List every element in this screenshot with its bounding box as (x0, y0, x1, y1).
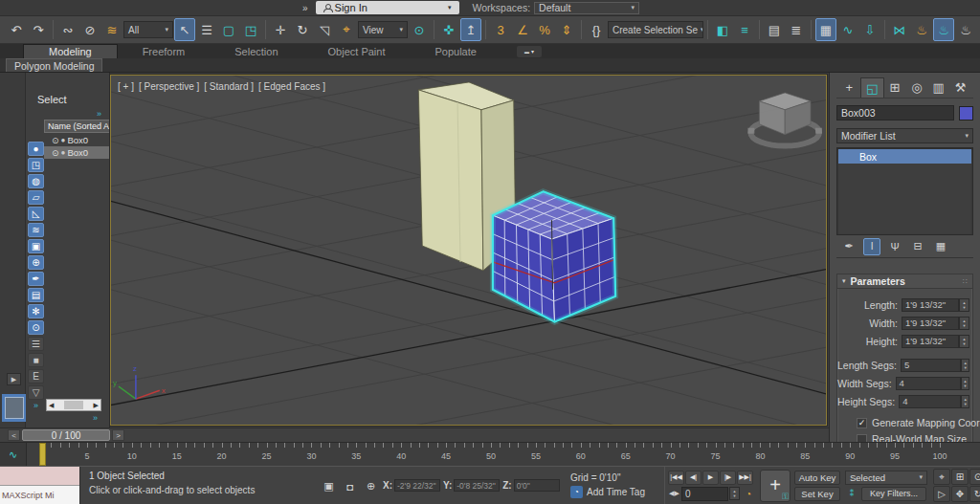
tab-utilities[interactable]: ⚒ (949, 77, 971, 98)
list-view-button[interactable]: ☰ (28, 337, 44, 351)
named-selection-sets-button[interactable]: {} (586, 18, 607, 41)
scene-explorer-row[interactable]: ⊙●Box0 (44, 134, 110, 146)
visibility-eye-icon[interactable]: ⊙ (52, 136, 59, 145)
frame-spinner[interactable]: ▲▼ (729, 487, 740, 500)
display-bones-filter[interactable]: ✒ (28, 272, 44, 286)
undo-button[interactable]: ↶ (6, 18, 27, 41)
dock-flyout-arrow-button[interactable]: ▶ (7, 373, 21, 385)
named-selection-set-dropdown[interactable]: Create Selection Se▾ (608, 21, 703, 38)
tab-motion[interactable]: ◎ (905, 77, 927, 98)
modifier-stack-row[interactable]: Box (838, 149, 971, 164)
ribbon-tab[interactable]: Freeform (118, 44, 211, 58)
track-current-frame-marker[interactable] (39, 443, 46, 466)
view-cube[interactable] (747, 93, 822, 146)
checkbox[interactable]: ✓ (857, 418, 867, 428)
time-slider-handle[interactable]: 0 / 100 (22, 429, 110, 441)
display-space-warps-filter[interactable]: ≋ (28, 223, 44, 237)
keyboard-shortcut-override-button[interactable]: ↥ (460, 18, 481, 41)
select-by-name-button[interactable]: ☰ (196, 18, 217, 41)
checkbox-row[interactable]: ✓Generate Mapping Coords. (857, 416, 969, 429)
object-color-swatch[interactable] (959, 106, 973, 121)
sign-in-button[interactable]: Sign In ▾ (316, 1, 459, 14)
filter-button[interactable]: ▽ (28, 385, 44, 400)
viewport-layout-tab[interactable] (2, 394, 27, 422)
select-and-manipulate-button[interactable]: ✜ (438, 18, 459, 41)
listener-pane[interactable]: MAXScript Mi (0, 486, 79, 504)
previous-frame-button[interactable]: ◀| (685, 471, 702, 485)
workspaces-dropdown[interactable]: Default ▾ (534, 2, 639, 14)
tab-hierarchy[interactable]: ⊞ (884, 77, 906, 98)
select-and-link-button[interactable]: ∾ (57, 18, 78, 41)
zoom-extents-button[interactable]: ⊙ (969, 469, 980, 485)
time-configuration-button[interactable]: ◔ (741, 487, 756, 501)
select-and-rotate-button[interactable]: ↻ (292, 18, 313, 41)
rendered-frame-window-button[interactable]: ♨ (933, 18, 954, 41)
selection-region-button[interactable]: ▢ (218, 18, 239, 41)
select-and-move-button[interactable]: ✛ (270, 18, 291, 41)
object-name-field[interactable]: Box003 (836, 105, 954, 121)
parameter-value-field[interactable]: 5 (901, 359, 962, 372)
open-mini-curve-editor-button[interactable]: ∿ (0, 443, 27, 466)
modifier-list-dropdown[interactable]: Modifier List ▾ (836, 128, 973, 143)
explorer-chevron-icon[interactable]: » (93, 413, 98, 423)
viewport-label-segment[interactable]: [ Edged Faces ] (258, 81, 325, 92)
ribbon-tab[interactable]: Modeling (23, 44, 118, 58)
parameter-value-field[interactable]: 4 (899, 395, 961, 408)
viewport-label-segment[interactable]: [ Perspective ] (139, 81, 199, 92)
display-visibility-filter[interactable]: ⊙ (28, 320, 44, 335)
viewport-canvas[interactable]: x y z (111, 76, 826, 425)
reference-coordinate-system-dropdown[interactable]: View▾ (358, 21, 408, 38)
select-and-scale-button[interactable]: ◹ (314, 18, 335, 41)
scroll-right-arrow-icon[interactable]: ▶ (94, 402, 99, 409)
select-and-place-button[interactable]: ⌖ (336, 18, 357, 41)
auto-key-button[interactable]: Auto Key (794, 471, 840, 485)
ribbon-tab[interactable]: Populate (410, 44, 501, 58)
select-object-button[interactable]: ↖ (174, 18, 195, 41)
display-helpers-filter[interactable]: ◺ (28, 207, 44, 221)
spinner-snap-toggle-button[interactable]: ⇕ (556, 18, 577, 41)
add-time-tag[interactable]: ◔ Add Time Tag (570, 486, 664, 498)
window-crossing-toggle-button[interactable]: ◳ (240, 18, 261, 41)
panel-expand-chevron-icon[interactable]: » (97, 109, 101, 119)
track-ruler[interactable]: 0510152025303540455055606570758085909510… (27, 443, 980, 466)
tab-modify[interactable]: ◱ (860, 77, 884, 98)
coordinate-value-field[interactable]: -2'9 22/32" (394, 479, 440, 492)
visibility-eye-icon[interactable]: ⊙ (52, 148, 59, 158)
zoom-all-button[interactable]: ⊞ (951, 469, 969, 485)
display-containers-filter[interactable]: ▤ (28, 288, 44, 302)
display-xrefs-filter[interactable]: ⊕ (28, 255, 44, 270)
scene-explorer-row[interactable]: ⊙●Box0 (44, 146, 110, 159)
ribbon-tab[interactable]: Object Paint (303, 44, 411, 58)
display-cameras-filter[interactable]: ▱ (28, 190, 44, 205)
viewport-label-segment[interactable]: [ + ] (118, 81, 134, 92)
spinner-control[interactable]: ▲▼ (961, 359, 969, 372)
show-end-result-button[interactable]: Ⅰ (863, 238, 880, 255)
maxscript-mini-listener[interactable]: MAXScript Mi (0, 467, 80, 504)
menu-overflow-chevron-icon[interactable]: » (302, 3, 308, 13)
current-frame-field[interactable]: 0 (681, 487, 728, 501)
spinner-control[interactable]: ▲▼ (959, 317, 969, 330)
go-to-end-button[interactable]: ▶▶| (737, 471, 753, 485)
isolate-selection-toggle[interactable]: ▣ (322, 479, 336, 493)
make-unique-button[interactable]: Ψ (886, 238, 903, 255)
configure-modifier-sets-button[interactable]: ▦ (932, 238, 949, 255)
explorer-column-header[interactable]: Name (Sorted A (44, 120, 110, 133)
use-pivot-point-center-button[interactable]: ⊙ (409, 18, 430, 41)
render-production-button[interactable]: ♨ (955, 18, 976, 41)
set-keys-button[interactable]: + ⚿ (760, 470, 791, 502)
play-button[interactable]: ▶ (702, 471, 719, 485)
angle-snap-toggle-button[interactable]: ∠ (512, 18, 533, 41)
parameter-value-field[interactable]: 4 (896, 377, 961, 390)
object-color-dot-icon[interactable]: ● (61, 136, 66, 144)
go-to-start-button[interactable]: |◀◀ (668, 471, 684, 485)
parameter-value-field[interactable]: 1'9 13/32" (902, 335, 959, 348)
modifier-stack[interactable]: Box (836, 147, 973, 235)
display-geometry-filter[interactable]: ● (28, 142, 44, 156)
previous-frame-slider-button[interactable]: < (8, 429, 20, 441)
next-frame-button[interactable]: |▶ (720, 471, 736, 485)
key-filters-button[interactable]: Key Filters... (861, 487, 926, 501)
display-particles-filter[interactable]: ✻ (28, 304, 44, 318)
selection-lock-toggle[interactable]: ◘ (343, 479, 357, 493)
display-none-button[interactable]: ■ (28, 353, 44, 367)
key-selection-set-dropdown[interactable]: Selected ▾ (845, 471, 927, 485)
